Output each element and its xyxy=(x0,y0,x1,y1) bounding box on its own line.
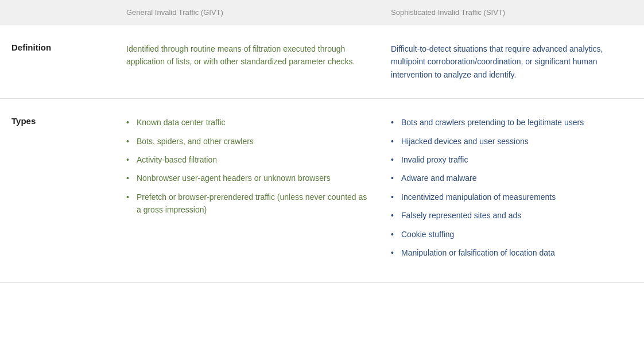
givt-list: Known data center trafficBots, spiders, … xyxy=(126,116,368,216)
list-item: Invalid proxy traffic xyxy=(391,153,633,166)
list-item: Activity-based filtration xyxy=(126,153,368,166)
sivt-list: Bots and crawlers pretending to be legit… xyxy=(391,116,633,259)
list-item: Hijacked devices and user sessions xyxy=(391,135,633,148)
list-item: Known data center traffic xyxy=(126,116,368,129)
types-row: Types Known data center trafficBots, spi… xyxy=(0,99,644,283)
table-header: General Invalid Traffic (GIVT) Sophistic… xyxy=(0,0,644,25)
definition-row: Definition Identified through routine me… xyxy=(0,25,644,99)
list-item: Manipulation or falsification of locatio… xyxy=(391,246,633,259)
list-item: Cookie stuffing xyxy=(391,228,633,241)
list-item: Adware and malware xyxy=(391,172,633,184)
header-col3: Sophisticated Invalid Traffic (SIVT) xyxy=(379,0,644,25)
list-item: Falsely represented sites and ads xyxy=(391,209,633,222)
types-sivt-cell: Bots and crawlers pretending to be legit… xyxy=(379,99,644,282)
list-item: Bots and crawlers pretending to be legit… xyxy=(391,116,633,129)
list-item: Incentivized manipulation of measurement… xyxy=(391,191,633,203)
header-col1 xyxy=(0,0,115,25)
header-col2: General Invalid Traffic (GIVT) xyxy=(115,0,379,25)
definition-givt-cell: Identified through routine means of filt… xyxy=(115,25,379,86)
list-item: Bots, spiders, and other crawlers xyxy=(126,135,368,148)
list-item: Nonbrowser user-agent headers or unknown… xyxy=(126,172,368,184)
list-item: Prefetch or browser-prerendered traffic … xyxy=(126,191,368,217)
definition-sivt-cell: Difficult-to-detect situations that requ… xyxy=(379,25,644,98)
types-givt-cell: Known data center trafficBots, spiders, … xyxy=(115,99,379,239)
types-label: Types xyxy=(0,99,115,143)
definition-label: Definition xyxy=(0,25,115,69)
